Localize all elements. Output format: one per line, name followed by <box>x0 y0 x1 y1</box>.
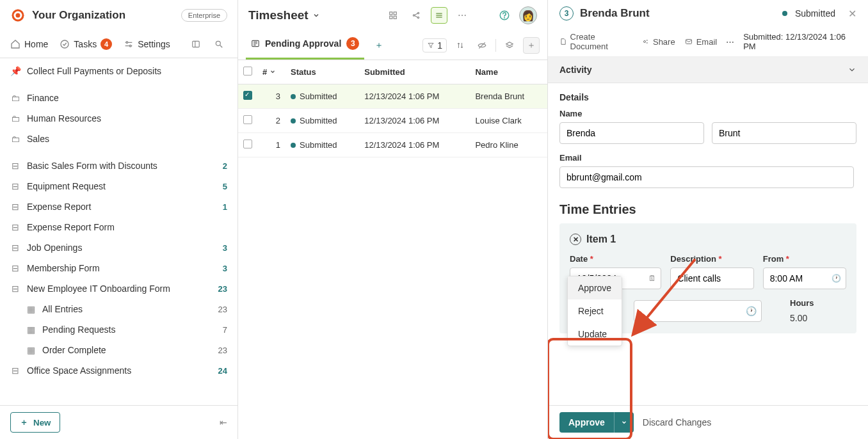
page-title[interactable]: Timesheet <box>248 8 320 22</box>
row-checkbox[interactable] <box>243 115 252 124</box>
filter-button[interactable]: 1 <box>422 38 447 52</box>
view-grid-icon[interactable] <box>385 7 401 24</box>
table-icon: ▦ <box>26 345 36 355</box>
row-num: 1 <box>257 133 285 157</box>
details-section-label: Details <box>559 92 856 102</box>
row-checkbox[interactable] <box>243 140 252 148</box>
folder-hr[interactable]: 🗀Human Resources <box>0 108 237 129</box>
close-icon[interactable]: ✕ <box>848 8 856 20</box>
approve-dropdown-menu: Approve Reject Update <box>567 276 622 346</box>
add-tab-button[interactable]: ＋ <box>369 35 389 56</box>
more-actions-icon[interactable]: ⋯ <box>726 37 734 47</box>
menu-update[interactable]: Update <box>568 323 622 346</box>
nav-settings[interactable]: Settings <box>124 39 170 49</box>
count-badge: 23 <box>218 305 227 314</box>
app-onboarding[interactable]: ⊟New Employee IT Onboarding Form23 <box>0 278 237 299</box>
activity-section-toggle[interactable]: Activity <box>548 57 868 83</box>
row-checkbox[interactable] <box>243 91 252 100</box>
tab-pending-approval[interactable]: Pending Approval 3 <box>246 31 364 60</box>
sidebar-item-label: New Employee IT Onboarding Form <box>27 283 212 294</box>
list-view-icon[interactable] <box>431 7 447 24</box>
table-row[interactable]: 2 Submitted 12/13/2024 1:06 PM Louise Cl… <box>238 109 547 133</box>
table-row[interactable]: 3 Submitted 12/13/2024 1:06 PM Brenda Br… <box>238 84 547 109</box>
remove-item-icon[interactable]: ✕ <box>570 234 581 245</box>
count-badge: 23 <box>218 346 227 355</box>
search-icon[interactable] <box>211 36 227 52</box>
status-dot-icon <box>291 143 296 148</box>
detail-footer: Approve Discard Changes <box>548 405 868 439</box>
count-badge: 3 <box>223 264 227 273</box>
col-submitted[interactable]: Submitted <box>359 60 470 84</box>
document-icon <box>559 38 567 45</box>
approve-split-button[interactable]: Approve <box>559 412 634 433</box>
share-nodes-icon[interactable] <box>408 7 424 24</box>
sub-order-complete[interactable]: ▦Order Complete23 <box>0 340 237 360</box>
org-name[interactable]: Your Organization <box>32 9 175 22</box>
detail-actions: Create Document Share Email ⋯ Submitted:… <box>548 27 868 57</box>
first-name-input[interactable] <box>559 122 704 144</box>
select-all-checkbox[interactable] <box>243 67 252 76</box>
sub-pending-requests[interactable]: ▦Pending Requests7 <box>0 319 237 340</box>
new-button[interactable]: ＋New <box>10 412 60 433</box>
mail-icon <box>684 38 693 45</box>
menu-reject[interactable]: Reject <box>568 299 622 323</box>
center-panel: Timesheet ⋯ 👩 Pending Approval 3 ＋ 1 <box>238 0 548 439</box>
nav-tasks[interactable]: Tasks 4 <box>60 38 112 50</box>
sort-icon[interactable] <box>452 37 469 54</box>
pin-icon: 📌 <box>10 66 20 76</box>
create-document-button[interactable]: Create Document <box>559 32 633 51</box>
clock-icon[interactable]: 🕐 <box>746 306 757 316</box>
layers-icon[interactable] <box>501 37 518 54</box>
row-status: Submitted <box>300 92 337 101</box>
discard-changes-link[interactable]: Discard Changes <box>643 417 711 427</box>
visibility-icon[interactable] <box>474 37 490 54</box>
tabs-row: Pending Approval 3 ＋ 1 ＋ <box>238 31 547 60</box>
svg-rect-10 <box>394 12 396 15</box>
folder-finance[interactable]: 🗀Finance <box>0 88 237 108</box>
detail-title: Brenda Brunt <box>580 7 776 20</box>
detail-panel: 3 Brenda Brunt Submitted ✕ Create Docume… <box>548 0 868 439</box>
menu-approve[interactable]: Approve <box>568 276 622 299</box>
table-wrapper: # Status Submitted Name 3 Submitted 12/1… <box>238 60 547 439</box>
last-name-input[interactable] <box>712 122 856 144</box>
app-basic-sales[interactable]: ⊟Basic Sales Form with Discounts2 <box>0 156 237 176</box>
help-icon[interactable] <box>496 7 513 24</box>
col-num[interactable]: # <box>262 67 267 77</box>
col-status[interactable]: Status <box>285 60 359 84</box>
clock-icon[interactable]: 🕐 <box>832 274 841 283</box>
action-label: Email <box>696 37 718 47</box>
add-column-button[interactable]: ＋ <box>523 37 540 54</box>
app-icon: ⊟ <box>10 365 20 376</box>
app-expense-form[interactable]: ⊟Expense Report Form <box>0 217 237 237</box>
app-icon: ⊟ <box>10 263 20 273</box>
collapse-sidebar-icon[interactable]: ⇤ <box>220 417 227 427</box>
count-badge: 2 <box>223 161 227 171</box>
email-button[interactable]: Email <box>684 37 718 47</box>
avatar[interactable]: 👩 <box>519 6 537 24</box>
folder-sales[interactable]: 🗀Sales <box>0 129 237 149</box>
app-equipment[interactable]: ⊟Equipment Request5 <box>0 176 237 196</box>
plus-icon: ＋ <box>20 417 28 428</box>
pinned-item[interactable]: 📌 Collect Full Payments or Deposits <box>0 61 237 81</box>
email-input[interactable] <box>559 166 854 188</box>
detail-header: 3 Brenda Brunt Submitted ✕ <box>548 0 868 27</box>
share-button[interactable]: Share <box>642 37 675 47</box>
nav-home[interactable]: Home <box>10 39 48 49</box>
col-name[interactable]: Name <box>470 60 547 84</box>
calendar-icon[interactable]: 🗓 <box>648 274 656 283</box>
svg-line-8 <box>220 45 223 48</box>
app-membership[interactable]: ⊟Membership Form3 <box>0 258 237 278</box>
description-input[interactable] <box>670 267 753 289</box>
sidebar-item-label: Office Space Assignments <box>27 365 212 376</box>
to-time-input[interactable] <box>634 300 762 322</box>
sub-all-entries[interactable]: ▦All Entries23 <box>0 299 237 319</box>
app-office-space[interactable]: ⊟Office Space Assignments24 <box>0 360 237 381</box>
panel-toggle-icon[interactable] <box>188 36 204 52</box>
folder-icon: 🗀 <box>10 113 20 124</box>
app-expense-report[interactable]: ⊟Expense Report1 <box>0 196 237 217</box>
app-job-openings[interactable]: ⊟Job Openings3 <box>0 237 237 258</box>
more-horizontal-icon[interactable]: ⋯ <box>454 7 470 24</box>
table-row[interactable]: 1 Submitted 12/13/2024 1:06 PM Pedro Kli… <box>238 133 547 157</box>
approve-dropdown-toggle[interactable] <box>614 412 634 433</box>
sidebar-footer: ＋New ⇤ <box>0 405 237 439</box>
